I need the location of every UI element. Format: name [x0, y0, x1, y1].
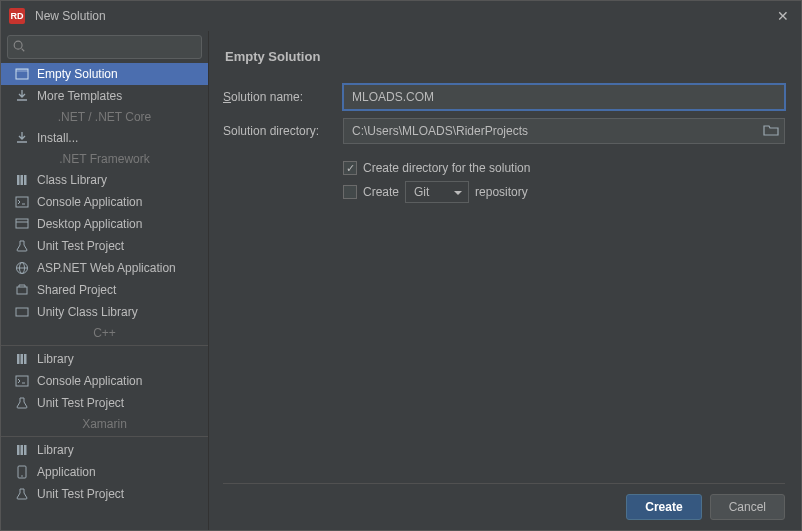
sidebar-item-label: More Templates	[37, 89, 122, 103]
app-icon	[15, 465, 29, 479]
close-icon[interactable]: ✕	[773, 8, 793, 24]
sidebar-item-label: Class Library	[37, 173, 107, 187]
test-icon	[15, 396, 29, 410]
repo-type-combo[interactable]: Git	[405, 181, 469, 203]
sidebar-item-label: Unity Class Library	[37, 305, 138, 319]
category-netfw: .NET Framework	[1, 149, 208, 169]
sidebar-item-xam-app[interactable]: Application	[1, 461, 208, 483]
template-tree: Empty Solution More Templates .NET / .NE…	[1, 63, 208, 530]
divider	[1, 345, 208, 346]
sidebar-item-label: Install...	[37, 131, 78, 145]
svg-rect-20	[21, 445, 24, 455]
sidebar-item-install[interactable]: Install...	[1, 127, 208, 149]
app-icon: RD	[9, 8, 25, 24]
sidebar-item-aspnet[interactable]: ASP.NET Web Application	[1, 257, 208, 279]
solution-directory-label: Solution directory:	[223, 124, 343, 138]
sidebar-item-label: Library	[37, 443, 74, 457]
sidebar-item-label: Unit Test Project	[37, 239, 124, 253]
svg-rect-5	[21, 175, 24, 185]
sidebar-item-cpp-library[interactable]: Library	[1, 348, 208, 370]
page-title: Empty Solution	[225, 49, 785, 64]
divider	[1, 436, 208, 437]
sidebar-item-desktop-app[interactable]: Desktop Application	[1, 213, 208, 235]
svg-rect-21	[24, 445, 27, 455]
solution-directory-input[interactable]	[343, 118, 785, 144]
create-directory-label: Create directory for the solution	[363, 161, 530, 175]
sidebar-item-console-app[interactable]: Console Application	[1, 191, 208, 213]
svg-rect-4	[17, 175, 20, 185]
globe-icon	[15, 261, 29, 275]
sidebar-item-label: Unit Test Project	[37, 396, 124, 410]
sidebar-item-xam-unit-test[interactable]: Unit Test Project	[1, 483, 208, 505]
svg-rect-15	[17, 354, 20, 364]
main-panel: Empty Solution Solution name: Solution d…	[209, 31, 801, 530]
category-cpp: C++	[1, 323, 208, 343]
unity-icon	[15, 305, 29, 319]
library-icon	[15, 173, 29, 187]
svg-rect-17	[24, 354, 27, 364]
svg-point-23	[21, 475, 23, 477]
solution-icon	[15, 67, 29, 81]
solution-name-input[interactable]	[343, 84, 785, 110]
sidebar-item-label: Empty Solution	[37, 67, 118, 81]
test-icon	[15, 487, 29, 501]
library-icon	[15, 352, 29, 366]
download-icon	[15, 89, 29, 103]
window-icon	[15, 217, 29, 231]
cancel-button[interactable]: Cancel	[710, 494, 785, 520]
titlebar: RD New Solution ✕	[1, 1, 801, 31]
svg-rect-7	[16, 197, 28, 207]
svg-rect-14	[16, 308, 28, 316]
category-net: .NET / .NET Core	[1, 107, 208, 127]
category-xamarin: Xamarin	[1, 414, 208, 434]
sidebar-item-label: Console Application	[37, 195, 142, 209]
sidebar-item-label: Shared Project	[37, 283, 116, 297]
sidebar-item-label: ASP.NET Web Application	[37, 261, 176, 275]
svg-point-0	[14, 41, 22, 49]
window-title: New Solution	[35, 9, 106, 23]
create-directory-checkbox[interactable]	[343, 161, 357, 175]
sidebar-item-label: Application	[37, 465, 96, 479]
sidebar-item-more-templates[interactable]: More Templates	[1, 85, 208, 107]
sidebar-item-shared[interactable]: Shared Project	[1, 279, 208, 301]
console-icon	[15, 195, 29, 209]
sidebar-item-label: Unit Test Project	[37, 487, 124, 501]
sidebar-item-label: Console Application	[37, 374, 142, 388]
sidebar-item-empty-solution[interactable]: Empty Solution	[1, 63, 208, 85]
sidebar-item-label: Library	[37, 352, 74, 366]
solution-name-label: Solution name:	[223, 90, 343, 104]
sidebar-item-xam-library[interactable]: Library	[1, 439, 208, 461]
sidebar-item-class-library[interactable]: Class Library	[1, 169, 208, 191]
svg-rect-19	[17, 445, 20, 455]
svg-rect-18	[16, 376, 28, 386]
console-icon	[15, 374, 29, 388]
browse-folder-icon[interactable]	[763, 123, 779, 137]
library-icon	[15, 443, 29, 457]
sidebar-item-unity[interactable]: Unity Class Library	[1, 301, 208, 323]
svg-rect-16	[21, 354, 24, 364]
sidebar-item-label: Desktop Application	[37, 217, 142, 231]
svg-rect-13	[17, 287, 27, 294]
test-icon	[15, 239, 29, 253]
sidebar-item-cpp-unit-test[interactable]: Unit Test Project	[1, 392, 208, 414]
svg-rect-3	[16, 69, 28, 72]
shared-icon	[15, 283, 29, 297]
svg-rect-6	[24, 175, 27, 185]
sidebar: Empty Solution More Templates .NET / .NE…	[1, 31, 209, 530]
search-input[interactable]	[7, 35, 202, 59]
sidebar-item-cpp-console[interactable]: Console Application	[1, 370, 208, 392]
create-button[interactable]: Create	[626, 494, 701, 520]
svg-rect-8	[16, 219, 28, 228]
dialog-footer: Create Cancel	[223, 483, 785, 520]
download-icon	[15, 131, 29, 145]
svg-line-1	[22, 49, 25, 52]
create-repo-suffix: repository	[475, 185, 528, 199]
sidebar-item-unit-test[interactable]: Unit Test Project	[1, 235, 208, 257]
search-icon	[12, 39, 26, 53]
create-repo-prefix: Create	[363, 185, 399, 199]
create-repo-checkbox[interactable]	[343, 185, 357, 199]
